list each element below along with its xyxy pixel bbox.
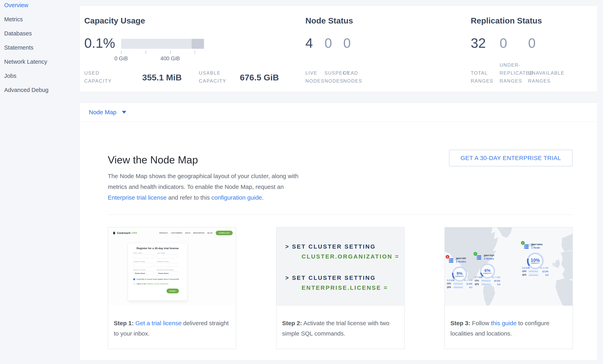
field-label: FIRST NAME: [133, 252, 142, 254]
sidebar-item-statements[interactable]: Statements: [4, 44, 79, 58]
node-map-illustration: 1 geo=sfo 2 Nodes 9% CAPACITY: [445, 228, 572, 306]
field-label: PROJECT PHASE: [133, 269, 145, 271]
brand-name: Cockroach: [117, 232, 130, 234]
unavailable-ranges-label: UNAVAILABLE RANGES: [528, 69, 565, 85]
locality-name: geo=nyc: [484, 254, 500, 257]
capacity-usage-bar: [121, 39, 204, 49]
nav-item: CUSTOMERS: [171, 232, 182, 234]
sidebar-item-label: Advanced Debug: [4, 87, 49, 93]
database-icon: [524, 244, 529, 249]
locality-node-count: 1 Node: [531, 246, 548, 249]
nav-item: PRODUCT: [159, 232, 168, 234]
this-guide-link[interactable]: this guide: [491, 320, 516, 326]
field-label: REASON FOR INTEREST: [157, 269, 174, 271]
database-icon: [476, 255, 482, 260]
step1-card: Cockroach LABS PRODUCT CUSTOMERS DOCS RE…: [108, 227, 236, 349]
sidebar-item-jobs[interactable]: Jobs: [4, 73, 79, 87]
register-site-screenshot: Cockroach LABS PRODUCT CUSTOMERS DOCS RE…: [108, 228, 236, 306]
sidebar-item-databases[interactable]: Databases: [4, 30, 79, 44]
sidebar-item-label: Metrics: [4, 16, 23, 22]
cpu-label: CPU: [522, 270, 528, 273]
sidebar-item-metrics[interactable]: Metrics: [4, 16, 79, 30]
suspect-nodes-count: 0: [325, 35, 332, 51]
qps-label: QPS: [447, 286, 452, 288]
nav-item: BLOG: [207, 232, 213, 234]
checkbox-text: I agree to the: [136, 283, 146, 285]
locality-node-count: 2 Nodes: [456, 260, 472, 263]
nav-item: RESOURCES: [193, 232, 204, 234]
sidebar: Overview Metrics Databases Statements Ne…: [0, 0, 79, 364]
locality-widget-ams: ✓ geo=ams 1 Node 10% CAPACITY: [522, 243, 548, 276]
license-agreement-checkbox-row: I agree to the Software License Agreemen…: [133, 283, 169, 285]
qps-sparkline: [481, 283, 491, 286]
capacity-label: CAPACITY: [455, 276, 464, 277]
capacity-label: CAPACITY: [483, 273, 492, 274]
get-trial-license-link[interactable]: Get a trial license: [135, 320, 182, 326]
intro-text: .: [262, 194, 264, 201]
under-replicated-ranges-count: 0: [500, 35, 507, 51]
capacity-label: CAPACITY: [531, 263, 539, 264]
sidebar-item-overview[interactable]: Overview: [4, 2, 79, 16]
label-line: NODES: [325, 78, 343, 84]
enterprise-trial-license-link[interactable]: Enterprise trial license: [108, 194, 167, 201]
label-line: UNDER-: [500, 62, 521, 68]
chevron-down-icon: [122, 111, 126, 114]
axis-tick: [146, 51, 146, 54]
cpu-sparkline: [481, 279, 491, 282]
unavailable-ranges-count: 0: [528, 35, 536, 51]
total-gib: 34.4 GiB: [540, 267, 548, 269]
capacity-ring: 9% CAPACITY: [452, 266, 467, 282]
step3-card: 1 geo=sfo 2 Nodes 9% CAPACITY: [444, 227, 573, 349]
company-name-field: [133, 263, 154, 267]
field-label: LAST NAME: [157, 252, 165, 254]
nav-item: DOCS: [185, 232, 190, 234]
project-phase-select: Please Select: [133, 271, 154, 275]
qps-value: 4.7: [469, 286, 472, 288]
node-map-description: The Node Map shows the geographical layo…: [108, 171, 309, 203]
label-line: TOTAL: [471, 70, 488, 76]
capacity-ring: 10% CAPACITY: [527, 253, 544, 269]
sidebar-item-label: Overview: [4, 2, 28, 8]
checkbox-icon: [133, 283, 135, 285]
sidebar-item-label: Network Latency: [4, 58, 47, 65]
sql-line: > SET CLUSTER SETTING: [285, 243, 376, 250]
field-label: COMPANY NAME: [133, 261, 145, 262]
configuration-guide-link[interactable]: configuration guide: [211, 194, 262, 201]
usable-capacity-label: USABLE CAPACITY: [199, 69, 226, 85]
capacity-percent: 10%: [531, 258, 540, 263]
node-status-title: Node Status: [305, 16, 353, 25]
last-name-field: [157, 254, 177, 258]
sql-line: ENTERPRISE.LICENSE =: [302, 285, 388, 291]
capacity-bar-dark-segment: [192, 39, 204, 49]
cpu-label: CPU: [447, 283, 452, 285]
replication-status-title: Replication Status: [471, 16, 542, 25]
cpu-value: 42.5%: [494, 280, 500, 282]
sidebar-item-advanced-debug[interactable]: Advanced Debug: [4, 87, 79, 101]
reason-for-interest-select: Please Select: [157, 271, 177, 275]
sidebar-item-network-latency[interactable]: Network Latency: [4, 58, 79, 73]
get-enterprise-trial-button[interactable]: GET A 30-DAY ENTERPRISE TRIAL: [449, 150, 572, 166]
used-capacity-value: 355.1 MiB: [142, 73, 182, 82]
sidebar-item-label: Jobs: [4, 73, 16, 79]
checkbox-label: I would like to receive email updates ab…: [136, 278, 179, 280]
view-selector-dropdown[interactable]: Node Map: [80, 103, 597, 122]
step-text: [302, 320, 303, 326]
locality-name: geo=sfo: [456, 256, 472, 260]
label-line: USABLE: [199, 70, 221, 76]
company-email-field: [157, 263, 177, 267]
sql-line: > SET CLUSTER SETTING: [285, 275, 376, 281]
step2-card: > SET CLUSTER SETTING CLUSTER.ORGANIZATI…: [276, 227, 405, 349]
qps-value: 0.0: [545, 274, 548, 276]
axis-tick-label-400: 400 GiB: [158, 55, 182, 62]
qps-label: QPS: [522, 274, 528, 276]
download-button: DOWNLOAD: [216, 231, 233, 235]
label-line: NODES: [343, 78, 362, 84]
locality-widget-sfo: 1 geo=sfo 2 Nodes 9% CAPACITY: [447, 256, 472, 288]
step2-text: Step 2: Activate the trial license with …: [277, 306, 404, 339]
axis-tick: [170, 51, 171, 54]
used-gib: 3.7 GiB: [475, 276, 482, 278]
world-map: 1 geo=sfo 2 Nodes 9% CAPACITY: [445, 228, 572, 306]
locality-name: geo=ams: [531, 243, 548, 246]
label-line: CAPACITY: [199, 78, 226, 84]
live-nodes-count: 4: [305, 35, 313, 51]
